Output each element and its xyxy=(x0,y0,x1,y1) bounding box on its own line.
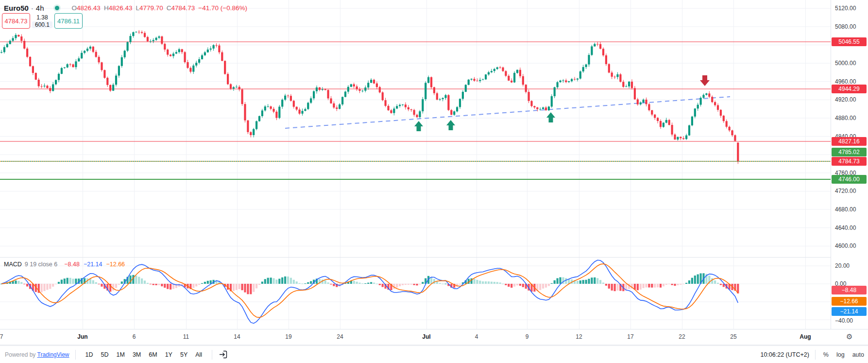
time-axis-label: 12 xyxy=(576,329,582,344)
macd-value-badge: −21.14 xyxy=(832,307,867,316)
time-axis-label: 14 xyxy=(234,329,240,344)
symbol-header: Euro50 · 4h O4826.43H4826.43L4779.70C478… xyxy=(4,4,247,12)
price-tick-label: 4600.00 xyxy=(835,242,856,249)
spread-value: 1.38 xyxy=(36,14,48,21)
range-button-1y[interactable]: 1Y xyxy=(161,350,176,360)
toolbar-separator xyxy=(212,350,212,360)
macd-title[interactable]: MACD xyxy=(4,261,22,268)
powered-by: Powered by TradingView xyxy=(5,351,69,358)
price-tick-label: 5120.00 xyxy=(835,5,856,12)
interval-separator: · xyxy=(31,4,34,12)
time-axis-label: 7 xyxy=(0,329,3,344)
tradingview-link[interactable]: TradingView xyxy=(37,351,69,358)
chart-canvas[interactable] xyxy=(0,0,831,346)
time-axis-label: 9 xyxy=(526,329,529,344)
macd-signal-value: −12.66 xyxy=(106,261,125,268)
high-value: 4826.43 xyxy=(109,4,133,12)
high-prefix: H xyxy=(104,4,109,12)
time-axis-label: 6 xyxy=(133,329,136,344)
size-value: 600.1 xyxy=(32,21,52,28)
price-tick-label: 4880.00 xyxy=(835,115,856,121)
sell-bid-button[interactable]: 4784.73 xyxy=(2,13,30,29)
price-level-badge: 4944.29 xyxy=(832,85,867,93)
price-tick-label: 4920.00 xyxy=(835,96,856,103)
time-axis[interactable]: ⚙ 7Jun611141924Jul4912172225Aug xyxy=(0,329,868,345)
powered-by-label: Powered by xyxy=(5,351,35,358)
macd-series xyxy=(0,260,739,323)
buy-signal-arrow-icon[interactable] xyxy=(446,120,455,130)
toolbar-separator xyxy=(815,350,816,360)
range-button-3m[interactable]: 3M xyxy=(129,350,145,360)
price-tick-label: 4640.00 xyxy=(835,225,856,231)
price-level-badge: 4746.00 xyxy=(832,175,867,184)
macd-value-badge: −12.66 xyxy=(832,297,867,306)
macd-tick-label: 20.00 xyxy=(835,262,850,269)
clock-label: 10:06:22 (UTC+2) xyxy=(760,351,809,358)
time-axis-label: Jul xyxy=(422,329,430,344)
candlestick-series xyxy=(0,30,739,164)
macd-tick-label: −40.00 xyxy=(835,317,853,324)
macd-histogram-value: −8.48 xyxy=(64,261,80,268)
price-level-badge: 4785.02 xyxy=(832,148,867,156)
go-to-date-icon[interactable] xyxy=(218,349,228,360)
range-button-1d[interactable]: 1D xyxy=(82,350,97,360)
time-axis-label: 24 xyxy=(337,329,343,344)
price-tick-label: 4680.00 xyxy=(835,206,856,213)
close-value: 4784.73 xyxy=(171,4,195,12)
range-buttons: 1D5D1M3M6M1Y5YAll xyxy=(82,351,206,358)
auto-scale-button[interactable]: auto xyxy=(852,351,864,358)
log-scale-button[interactable]: log xyxy=(836,351,845,358)
price-tick-label: 5080.00 xyxy=(835,23,856,30)
macd-value-badge: −8.48 xyxy=(832,286,867,294)
tradingview-chart-app: Euro50 · 4h O4826.43H4826.43L4779.70C478… xyxy=(0,0,868,363)
time-axis-label: 4 xyxy=(475,329,478,344)
time-axis-gear-icon[interactable]: ⚙ xyxy=(846,329,852,344)
toolbar-separator xyxy=(75,350,76,360)
interval-label[interactable]: 4h xyxy=(36,4,44,12)
bid-ask-widget: 4784.73 1.38 600.1 4786.11 xyxy=(2,13,83,29)
time-axis-label: 22 xyxy=(679,329,685,344)
time-axis-label: Aug xyxy=(800,329,811,344)
go-to-date-glyph xyxy=(218,349,228,360)
price-tick-label: 4960.00 xyxy=(835,78,856,85)
price-level-badge: 4784.73 xyxy=(832,157,867,166)
buy-signal-arrow-icon[interactable] xyxy=(414,121,423,131)
macd-line xyxy=(1,260,738,323)
time-axis-label: 11 xyxy=(183,329,189,344)
range-button-5y[interactable]: 5Y xyxy=(176,350,191,360)
close-prefix: C xyxy=(167,4,171,12)
time-axis-label: 25 xyxy=(730,329,736,344)
buy-ask-button[interactable]: 4786.11 xyxy=(54,13,83,29)
macd-params: 9 19 close 6 xyxy=(25,261,57,268)
low-value: 4779.70 xyxy=(139,4,163,12)
buy-signal-arrow-icon[interactable] xyxy=(546,112,555,122)
range-button-5d[interactable]: 5D xyxy=(97,350,113,360)
price-tick-label: 4720.00 xyxy=(835,188,856,194)
price-axis-divider xyxy=(831,0,831,344)
time-axis-label: 17 xyxy=(627,329,633,344)
range-button-all[interactable]: All xyxy=(191,350,206,360)
toolbar-right: 10:06:22 (UTC+2) % log auto xyxy=(760,346,864,363)
change-value: −41.70 (−0.86%) xyxy=(198,4,247,12)
symbol-name[interactable]: Euro50 xyxy=(4,4,29,12)
time-axis-label: 19 xyxy=(285,329,291,344)
range-button-1m[interactable]: 1M xyxy=(113,350,129,360)
range-button-6m[interactable]: 6M xyxy=(145,350,161,360)
price-level-badge: 4827.16 xyxy=(832,137,867,146)
price-level-badge: 5046.55 xyxy=(832,37,867,46)
open-value: 4826.43 xyxy=(77,4,101,12)
percent-scale-button[interactable]: % xyxy=(823,351,829,358)
low-prefix: L xyxy=(136,4,139,12)
price-tick-label: 5000.00 xyxy=(835,60,856,67)
sell-signal-arrow-icon[interactable] xyxy=(700,75,710,86)
macd-header: MACD 9 19 close 6 −8.48 −21.14 −12.66 xyxy=(4,261,125,268)
open-prefix: O xyxy=(72,4,77,12)
macd-line-value: −21.14 xyxy=(84,261,102,268)
time-axis-label: Jun xyxy=(77,329,87,344)
ohlc-values: O4826.43H4826.43L4779.70C4784.73−41.70 (… xyxy=(72,4,247,12)
market-status-icon xyxy=(55,6,59,10)
spread-info: 1.38 600.1 xyxy=(31,14,53,28)
bottom-toolbar: Powered by TradingView 1D5D1M3M6M1Y5YAll… xyxy=(0,346,868,363)
